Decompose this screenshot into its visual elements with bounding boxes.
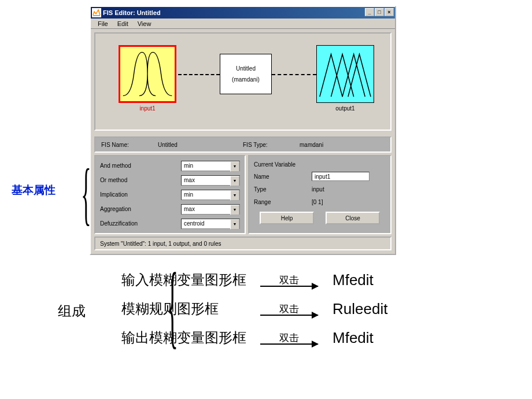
- fis-name-value: Untitled: [158, 142, 243, 148]
- close-panel-button[interactable]: Close: [326, 212, 380, 224]
- defuzz-dropdown[interactable]: centroid: [181, 219, 240, 229]
- status-bar: System "Untitled": 1 input, 1 output, an…: [94, 237, 391, 250]
- arrow-icon: 双击: [257, 331, 321, 345]
- maximize-button[interactable]: □: [375, 8, 384, 16]
- window-title: FIS Editor: Untitled: [103, 9, 394, 16]
- fis-type-value: mamdani: [300, 142, 385, 148]
- comp-target: Mfedit: [332, 329, 374, 347]
- or-method-label: Or method: [100, 177, 181, 183]
- comp-desc: 输入模糊变量图形框: [121, 271, 257, 289]
- cv-type-label: Type: [254, 186, 312, 193]
- fis-info-panel: FIS Name: Untitled FIS Type: mamdani: [94, 136, 391, 153]
- close-button[interactable]: ×: [385, 8, 394, 16]
- or-method-dropdown[interactable]: max: [181, 175, 240, 186]
- output-variable-box[interactable]: [316, 45, 374, 103]
- menubar: File Edit View: [91, 19, 395, 29]
- comp-row-rule: 模糊规则图形框 双击 Ruleedit: [121, 300, 387, 318]
- implication-dropdown[interactable]: min: [181, 190, 240, 200]
- comp-row-input: 输入模糊变量图形框 双击 Mfedit: [121, 271, 374, 289]
- titlebar[interactable]: FIS Editor: Untitled _ □ ×: [91, 7, 395, 19]
- menu-edit[interactable]: Edit: [113, 20, 133, 28]
- methods-panel: And methodmin Or methodmax Implicationmi…: [94, 155, 246, 234]
- cv-title: Current Variable: [254, 158, 386, 170]
- cv-range-label: Range: [254, 199, 312, 205]
- comp-row-output: 输出模糊变量图形框 双击 Mfedit: [121, 328, 374, 347]
- rule-box-type: (mamdani): [232, 76, 260, 83]
- cv-name-input[interactable]: [312, 172, 370, 181]
- comp-desc: 输出模糊变量图形框: [121, 328, 257, 347]
- rule-box[interactable]: Untitled (mamdani): [220, 54, 272, 94]
- comp-desc: 模糊规则图形框: [121, 300, 257, 318]
- implication-label: Implication: [100, 191, 181, 198]
- input-label: input1: [119, 105, 176, 112]
- aggregation-label: Aggregation: [100, 206, 181, 212]
- connector-line: [178, 74, 220, 75]
- menu-file[interactable]: File: [93, 20, 113, 28]
- input-variable-box[interactable]: [119, 45, 176, 103]
- diagram-area: input1 Untitled (mamdani) output1: [91, 29, 395, 134]
- comp-target: Mfedit: [332, 271, 374, 289]
- arrow-icon: 双击: [257, 302, 321, 316]
- arrow-icon: 双击: [257, 274, 321, 287]
- fis-type-label: FIS Type:: [243, 142, 300, 148]
- and-method-dropdown[interactable]: min: [181, 161, 240, 171]
- menu-view[interactable]: View: [133, 20, 156, 28]
- current-variable-panel: Current Variable Name Typeinput Range[0 …: [248, 155, 391, 234]
- aggregation-dropdown[interactable]: max: [181, 204, 240, 215]
- cv-range-value: [0 1]: [312, 199, 323, 205]
- defuzz-label: Defuzzification: [100, 220, 181, 227]
- diagram-panel: input1 Untitled (mamdani) output1: [94, 32, 391, 131]
- rule-box-name: Untitled: [236, 65, 256, 72]
- and-method-label: And method: [100, 162, 181, 169]
- cv-type-value: input: [312, 186, 324, 193]
- minimize-button[interactable]: _: [365, 8, 374, 16]
- app-icon: [92, 8, 101, 17]
- fis-name-label: FIS Name:: [101, 142, 158, 148]
- output-label: output1: [316, 105, 374, 112]
- fis-editor-window: FIS Editor: Untitled _ □ × File Edit Vie…: [90, 6, 396, 255]
- help-button[interactable]: Help: [260, 212, 314, 224]
- composition-label: 组成: [58, 302, 86, 320]
- cv-name-label: Name: [254, 173, 312, 180]
- annotation-basic-props: 基本属性: [12, 183, 56, 198]
- comp-target: Ruleedit: [332, 300, 387, 318]
- connector-line: [272, 74, 316, 75]
